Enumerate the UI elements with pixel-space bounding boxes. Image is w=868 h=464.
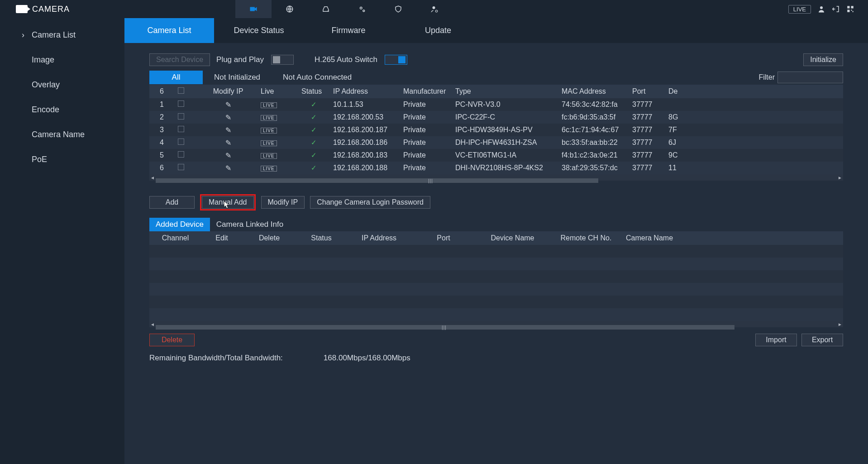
sidebar-item-label: Overlay — [32, 80, 60, 90]
topbar-nav — [235, 0, 453, 18]
th-mac: MAC Address — [562, 87, 606, 95]
subtab-firmware[interactable]: Firmware — [304, 18, 393, 43]
subtabs: Camera List Device Status Firmware Updat… — [124, 18, 868, 43]
edit-icon[interactable]: ✎ — [225, 101, 231, 109]
main: Camera List Device Status Firmware Updat… — [124, 18, 868, 464]
sidebar-item-label: PoE — [32, 155, 47, 164]
th-remote-ch: Remote CH No. — [561, 234, 612, 242]
topnav-network[interactable] — [272, 0, 308, 18]
live-icon[interactable]: LIVE — [261, 140, 277, 146]
filter-tab-all[interactable]: All — [149, 71, 203, 84]
added-table: Channel Edit Delete Status IP Address Po… — [149, 231, 843, 245]
live-icon[interactable]: LIVE — [261, 128, 277, 134]
edit-icon[interactable]: ✎ — [225, 126, 231, 134]
live-badge[interactable]: LIVE — [788, 5, 811, 14]
manual-add-button[interactable]: Manual Add — [202, 196, 254, 209]
row-checkbox[interactable] — [178, 139, 184, 145]
svg-point-2 — [328, 10, 329, 11]
th-live: Live — [261, 87, 274, 95]
filter-tabs-row: All Not Initialized Not Auto Connected F… — [149, 70, 843, 85]
scroll-right-icon[interactable]: ► — [837, 322, 843, 327]
qr-icon[interactable] — [846, 5, 854, 13]
row-checkbox[interactable] — [178, 126, 184, 132]
svg-point-5 — [433, 6, 435, 9]
h265-toggle[interactable] — [385, 55, 407, 65]
live-icon[interactable]: LIVE — [261, 115, 277, 121]
th-status: Status — [311, 234, 331, 242]
row-checkbox[interactable] — [178, 151, 184, 158]
table-row[interactable]: 4✎LIVE✓192.168.200.186PrivateDH-IPC-HFW4… — [149, 136, 843, 149]
edit-icon[interactable]: ✎ — [225, 114, 231, 121]
action-buttons-row: Add Manual Add Modify IP Change Camera L… — [149, 194, 843, 210]
modify-ip-button[interactable]: Modify IP — [261, 196, 305, 209]
row-checkbox[interactable] — [178, 100, 184, 107]
added-header-row: Channel Edit Delete Status IP Address Po… — [149, 231, 843, 245]
table-row[interactable]: 2✎LIVE✓192.168.200.53PrivateIPC-C22F-Cfc… — [149, 111, 843, 124]
pnp-toggle[interactable] — [271, 55, 294, 65]
filter-input[interactable] — [777, 72, 843, 83]
scroll-left-icon[interactable]: ◄ — [149, 175, 156, 180]
shield-icon — [394, 5, 402, 13]
add-button[interactable]: Add — [149, 196, 195, 209]
sidebar-item-poe[interactable]: PoE — [0, 147, 124, 172]
sidebar-item-camera-list[interactable]: Camera List — [0, 23, 124, 48]
table-count: 6 — [160, 87, 164, 95]
th-port: Port — [437, 234, 450, 242]
row-checkbox[interactable] — [178, 113, 184, 120]
topnav-camera[interactable] — [235, 0, 272, 18]
edit-icon[interactable]: ✎ — [225, 139, 231, 147]
filter-box: Filter — [758, 72, 843, 83]
table-header-row: 6 Modify IP Live Status IP Address Manuf… — [149, 85, 843, 98]
th-ip: IP Address — [333, 87, 368, 95]
live-icon[interactable]: LIVE — [261, 102, 277, 108]
row-checkbox[interactable] — [178, 164, 184, 170]
device-table-hscroll[interactable]: ◄ ||| ► — [149, 174, 843, 181]
export-button[interactable]: Export — [801, 334, 843, 346]
bandwidth-label: Remaining Bandwidth/Total Bandwidth: — [149, 354, 283, 363]
table-row[interactable]: 3✎LIVE✓192.168.200.187PrivateIPC-HDW3849… — [149, 124, 843, 136]
scroll-right-icon[interactable]: ► — [837, 175, 843, 180]
change-password-button[interactable]: Change Camera Login Password — [310, 196, 430, 209]
subtab-camera-list[interactable]: Camera List — [124, 18, 214, 43]
scroll-left-icon[interactable]: ◄ — [149, 322, 156, 327]
edit-icon[interactable]: ✎ — [225, 164, 231, 172]
added-table-hscroll[interactable]: ◄ ||| ► — [149, 321, 843, 327]
table-row[interactable]: 6✎LIVE✓192.168.200.188PrivateDHI-NVR2108… — [149, 162, 843, 174]
select-all-checkbox[interactable] — [178, 87, 184, 94]
delete-button[interactable]: Delete — [149, 334, 195, 346]
filter-tab-not-auto-connected[interactable]: Not Auto Connected — [272, 71, 363, 84]
user-icon[interactable] — [817, 5, 825, 13]
subtab-label: Firmware — [332, 26, 366, 35]
tab-added-device[interactable]: Added Device — [149, 218, 210, 231]
subtab-update[interactable]: Update — [393, 18, 483, 43]
topnav-storage[interactable] — [308, 0, 344, 18]
subtab-device-status[interactable]: Device Status — [214, 18, 304, 43]
tab-camera-linked-info[interactable]: Camera Linked Info — [210, 218, 290, 231]
edit-icon[interactable]: ✎ — [225, 152, 231, 159]
live-icon[interactable]: LIVE — [261, 153, 277, 159]
sidebar-item-overlay[interactable]: Overlay — [0, 72, 124, 97]
globe-icon — [286, 5, 294, 13]
bandwidth-value: 168.00Mbps/168.00Mbps — [324, 354, 410, 363]
search-device-button[interactable]: Search Device — [149, 53, 210, 66]
table-row[interactable]: 1✎LIVE✓10.1.1.53PrivatePC-NVR-V3.074:56:… — [149, 98, 843, 111]
sidebar-item-camera-name[interactable]: Camera Name — [0, 122, 124, 147]
initialize-button[interactable]: Initialize — [803, 53, 843, 66]
th-delete: Delete — [259, 234, 280, 242]
sidebar-item-encode[interactable]: Encode — [0, 97, 124, 122]
topnav-security[interactable] — [380, 0, 416, 18]
live-icon[interactable]: LIVE — [261, 166, 277, 172]
topnav-system[interactable] — [344, 0, 380, 18]
manual-add-highlight: Manual Add — [200, 194, 256, 210]
svg-rect-12 — [853, 11, 854, 12]
svg-point-7 — [820, 6, 823, 9]
topnav-account[interactable] — [416, 0, 453, 18]
filter-tab-not-initialized[interactable]: Not Initialized — [203, 71, 272, 84]
sidebar-item-image[interactable]: Image — [0, 48, 124, 72]
import-button[interactable]: Import — [755, 334, 797, 346]
h265-label: H.265 Auto Switch — [315, 55, 377, 64]
toolbar-row: Search Device Plug and Play H.265 Auto S… — [149, 49, 843, 70]
logout-icon[interactable] — [832, 5, 840, 13]
status-ok-icon: ✓ — [311, 100, 317, 108]
table-row[interactable]: 5✎LIVE✓192.168.200.183PrivateVC-ETI06TMG… — [149, 149, 843, 162]
